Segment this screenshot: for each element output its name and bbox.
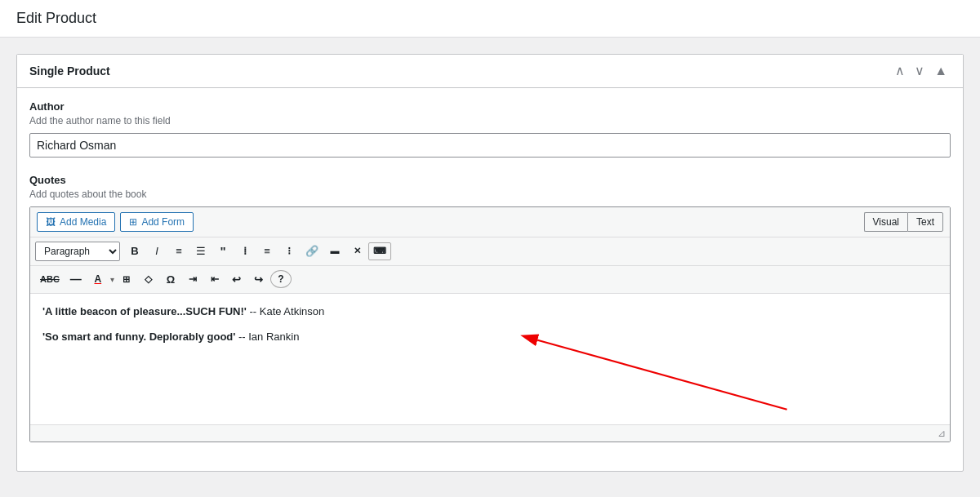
color-swatch-icon: ▾ <box>110 275 114 284</box>
resize-icon: ⊿ <box>938 428 946 439</box>
em-dash-button[interactable]: — <box>65 269 87 290</box>
author-description: Add the author name to this field <box>29 115 951 126</box>
content-area: Single Product ∧ ∨ ▲ Author Add the auth… <box>0 38 980 488</box>
quote-line-2: 'So smart and funny. Deplorably good' --… <box>42 329 938 346</box>
form-icon: ⊞ <box>129 216 137 228</box>
editor-resize-handle[interactable]: ⊿ <box>30 424 950 442</box>
editor-content-wrapper: 'A little beacon of pleasure...SUCH FUN!… <box>30 294 950 424</box>
unordered-list-button[interactable]: ≡ <box>168 242 189 261</box>
unlink-button[interactable]: ✕ <box>346 242 368 260</box>
italic-button[interactable]: I <box>146 242 167 261</box>
metabox-body: Author Add the author name to this field… <box>17 88 963 471</box>
editor-top-left: 🖼 Add Media ⊞ Add Form <box>37 212 194 232</box>
author-label: Author <box>29 100 951 113</box>
horizontal-rule-button[interactable]: ▬ <box>324 242 345 260</box>
toolbar-row1: Paragraph Heading 1 Heading 2 Heading 3 … <box>30 237 950 266</box>
quotes-description: Add quotes about the book <box>29 189 951 200</box>
fullscreen-button[interactable]: ⌨ <box>368 242 391 260</box>
indent-button[interactable]: ⇥ <box>182 270 203 288</box>
help-button[interactable]: ? <box>270 270 292 288</box>
page-title: Edit Product <box>16 10 964 27</box>
editor-wrapper: 🖼 Add Media ⊞ Add Form Visual Te <box>29 206 951 442</box>
align-center-button[interactable]: ≡ <box>256 242 278 261</box>
author-input[interactable] <box>29 133 951 158</box>
media-icon: 🖼 <box>46 216 56 228</box>
editor-content[interactable]: 'A little beacon of pleasure...SUCH FUN!… <box>30 294 950 424</box>
undo-button[interactable]: ↩ <box>226 270 247 290</box>
author-field-group: Author Add the author name to this field <box>29 100 951 158</box>
quote1-text: 'A little beacon of pleasure...SUCH FUN!… <box>42 305 247 317</box>
paste-text-button[interactable]: ⊞ <box>116 271 137 288</box>
quote2-author: -- Ian Rankin <box>235 331 299 343</box>
editor-tab-group: Visual Text <box>864 212 943 232</box>
strikethrough-button[interactable]: ABC <box>35 271 65 288</box>
redo-button[interactable]: ↪ <box>248 270 270 290</box>
metabox-title: Single Product <box>29 64 110 78</box>
clear-format-button[interactable]: ◇ <box>138 270 159 288</box>
metabox-single-product: Single Product ∧ ∨ ▲ Author Add the auth… <box>16 54 964 472</box>
metabox-collapse-up[interactable]: ∧ <box>892 63 908 79</box>
editor-top-bar: 🖼 Add Media ⊞ Add Form Visual Te <box>30 207 950 237</box>
paragraph-select[interactable]: Paragraph Heading 1 Heading 2 Heading 3 … <box>35 242 120 261</box>
page-header: Edit Product <box>0 0 980 38</box>
quotes-field-group: Quotes Add quotes about the book 🖼 Add M… <box>29 174 951 442</box>
add-media-button[interactable]: 🖼 Add Media <box>37 212 115 232</box>
metabox-toggle[interactable]: ▲ <box>931 63 951 79</box>
link-button[interactable]: 🔗 <box>301 242 323 261</box>
align-left-button[interactable]: ⁞ <box>234 242 256 261</box>
toolbar-row2: ABC — A ▾ ⊞ ◇ Ω ⇥ ⇤ ↩ ↪ ? <box>30 266 950 294</box>
text-color-button[interactable]: A <box>87 270 109 288</box>
tab-text[interactable]: Text <box>907 212 943 232</box>
outdent-button[interactable]: ⇤ <box>204 270 225 288</box>
align-right-button[interactable]: ⁝ <box>278 242 300 261</box>
add-form-label: Add Form <box>141 216 185 228</box>
quotes-label: Quotes <box>29 174 951 186</box>
page-wrapper: Edit Product Single Product ∧ ∨ ▲ Author… <box>0 0 980 497</box>
add-media-label: Add Media <box>60 216 106 228</box>
metabox-header: Single Product ∧ ∨ ▲ <box>17 55 963 88</box>
add-form-button[interactable]: ⊞ Add Form <box>120 212 194 232</box>
quote1-author: -- Kate Atkinson <box>247 305 324 317</box>
bold-button[interactable]: B <box>124 242 145 261</box>
tab-visual[interactable]: Visual <box>864 212 907 232</box>
special-chars-button[interactable]: Ω <box>160 270 181 290</box>
ordered-list-button[interactable]: ☰ <box>190 242 212 261</box>
metabox-controls: ∧ ∨ ▲ <box>892 63 951 79</box>
quote2-text: 'So smart and funny. Deplorably good' <box>42 331 235 343</box>
blockquote-button[interactable]: " <box>212 241 234 262</box>
quote-line-1: 'A little beacon of pleasure...SUCH FUN!… <box>42 304 938 321</box>
metabox-collapse-down[interactable]: ∨ <box>911 63 928 79</box>
